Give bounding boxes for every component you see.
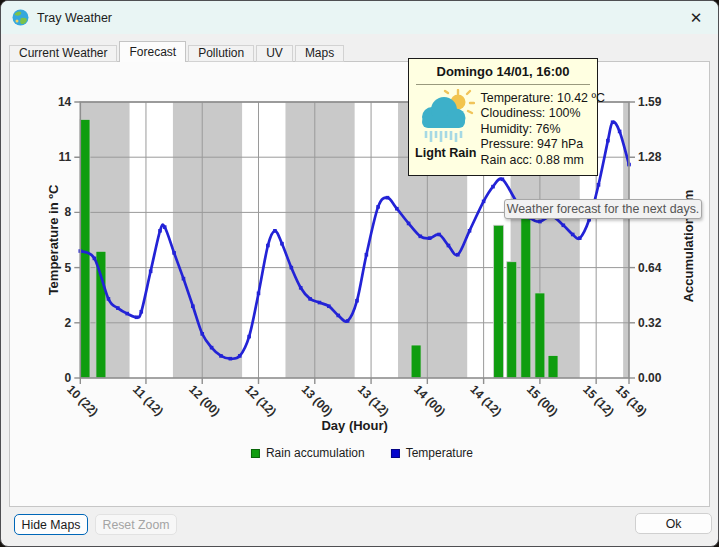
reset-zoom-button[interactable]: Reset Zoom: [95, 514, 177, 535]
app-window: Tray Weather ✕ Current WeatherForecastPo…: [0, 0, 719, 547]
x-tick-label: 14 (12): [467, 382, 504, 419]
tab-uv[interactable]: UV: [256, 45, 293, 62]
rain-bar: [411, 345, 421, 378]
legend-item-temperature: Temperature: [391, 446, 473, 460]
rain-bar: [80, 119, 90, 378]
x-tick-label: 13 (00): [299, 382, 336, 419]
tooltip-rows: Temperature: 10.42 ºCCloudiness: 100%Hum…: [477, 89, 605, 168]
titlebar: Tray Weather ✕: [1, 1, 718, 34]
tab-forecast[interactable]: Forecast: [119, 41, 186, 62]
tooltip-row: Humidity: 76%: [481, 122, 605, 137]
tab-current-weather[interactable]: Current Weather: [9, 45, 117, 62]
x-axis-title: Day (Hour): [321, 418, 387, 433]
x-tick-label: 10 (22): [64, 382, 101, 419]
forecast-chart[interactable]: 025811140.000.320.640.951.281.5910 (22)1…: [9, 62, 712, 508]
tooltip-row: Pressure: 947 hPa: [481, 137, 605, 152]
rain-bar: [521, 217, 531, 378]
tick-label: 1.59: [638, 95, 662, 109]
ok-button[interactable]: Ok: [635, 513, 712, 534]
globe-icon: [12, 9, 29, 26]
legend-label: Rain accumulation: [266, 446, 365, 460]
tick-label: 0: [65, 371, 72, 385]
tooltip-title: Domingo 14/01, 16:00: [409, 59, 597, 79]
legend-label: Temperature: [406, 446, 473, 460]
close-button[interactable]: ✕: [674, 1, 718, 34]
x-tick-label: 12 (00): [186, 382, 223, 419]
tick-label: 0.64: [638, 261, 662, 275]
x-tick-label: 13 (12): [355, 382, 392, 419]
tick-label: 5: [65, 261, 72, 275]
window-title: Tray Weather: [37, 11, 112, 25]
rain-bar: [494, 225, 504, 378]
tick-label: 0.00: [638, 371, 662, 385]
tooltip-row: Rain acc: 0.88 mm: [481, 153, 605, 168]
tab-pollution[interactable]: Pollution: [188, 45, 254, 62]
x-tick-label: 15 (00): [524, 382, 561, 419]
tick-label: 0.32: [638, 316, 662, 330]
weather-detail-tooltip: Domingo 14/01, 16:00: [408, 58, 598, 176]
tick-label: 8: [65, 205, 72, 219]
rain-bar: [96, 251, 106, 378]
rain-bar: [535, 293, 545, 378]
y-left-axis-title: Temperature in ºC: [46, 184, 61, 295]
tooltip-separator: [416, 84, 590, 85]
tick-label: 2: [65, 316, 72, 330]
tooltip-row: Cloudiness: 100%: [481, 106, 605, 121]
x-tick-label: 11 (12): [130, 382, 166, 418]
chart-legend: Rain accumulationTemperature: [251, 446, 473, 460]
hint-text: Weather forecast for the next days.: [507, 202, 700, 216]
rain-bar: [507, 262, 517, 378]
legend-swatch: [391, 449, 400, 458]
hide-maps-button[interactable]: Hide Maps: [14, 514, 88, 535]
condition-label: Light Rain: [415, 146, 477, 160]
tick-label: 14: [58, 95, 72, 109]
x-tick-label: 12 (12): [242, 382, 279, 419]
tab-maps[interactable]: Maps: [295, 45, 344, 62]
x-tick-label: 15 (12): [580, 382, 617, 419]
cloud-sun-rain-icon: [417, 89, 475, 145]
x-tick-label: 15 (19): [613, 382, 650, 419]
tick-label: 11: [59, 150, 72, 164]
close-icon: ✕: [690, 9, 703, 27]
x-tick-label: 14 (00): [411, 382, 448, 419]
legend-item-rain: Rain accumulation: [251, 446, 365, 460]
tooltip-row: Temperature: 10.42 ºC: [481, 91, 605, 106]
hint-tooltip: Weather forecast for the next days.: [504, 199, 702, 219]
tick-label: 1.28: [638, 150, 662, 164]
tab-bar: Current WeatherForecastPollutionUVMaps: [9, 43, 346, 62]
legend-swatch: [251, 449, 260, 458]
rain-bar: [548, 355, 558, 378]
